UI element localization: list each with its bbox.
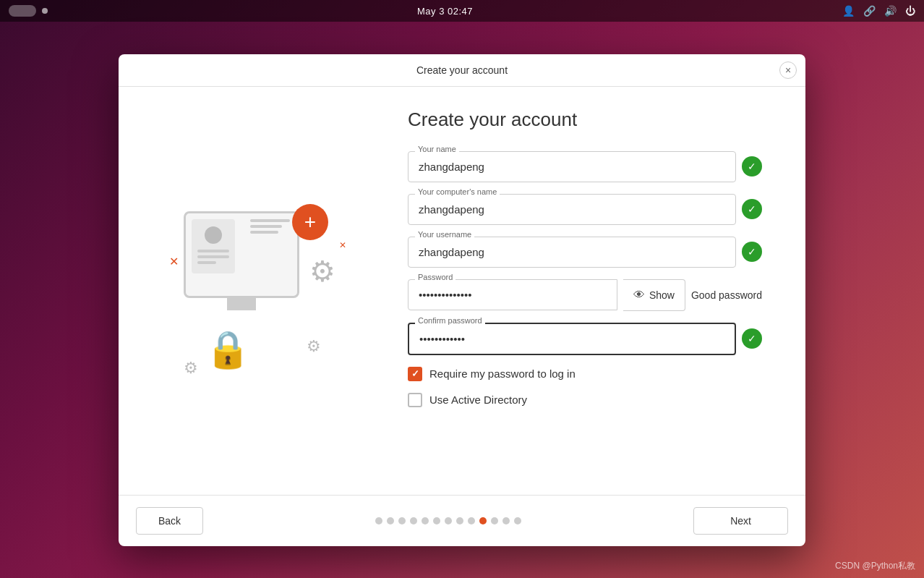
volume-icon: 🔊 [884,5,897,17]
create-account-dialog: Create your account × [119,54,805,546]
power-icon: ⏻ [905,5,915,17]
form-title: Create your account [408,109,762,131]
confirm-password-check: ✓ [742,328,762,349]
dialog-footer: Back Next [119,495,805,546]
confirm-password-input[interactable] [408,323,736,355]
password-label: Password [415,273,455,281]
dot-9 [468,517,475,524]
next-button[interactable]: Next [693,507,788,535]
dot-11 [491,517,498,524]
monitor-illustration [184,211,299,298]
password-quality-label: Good password [691,289,762,301]
username-group: Your username ✓ [408,237,762,268]
cross-right-illustration: ✕ [339,240,346,250]
dot-6 [433,517,440,524]
active-directory-label: Use Active Directory [429,394,527,406]
confirm-password-label: Confirm password [415,316,485,325]
dot-3 [398,517,406,524]
eye-icon: 👁 [633,289,645,302]
taskbar-datetime: May 3 02:47 [417,6,473,17]
progress-dots [375,517,521,524]
dot-13 [514,517,521,524]
lock-illustration: 🔒 [205,328,250,370]
close-button[interactable]: × [779,61,797,79]
show-password-button[interactable]: 👁 Show [623,279,685,311]
dot-10 [479,517,487,524]
dot-2 [387,517,394,524]
computer-name-check: ✓ [742,199,762,219]
username-wrapper: Your username [408,237,736,268]
password-wrapper: Password [408,279,617,310]
dot-1 [375,517,382,524]
dialog-overlay: Create your account × [0,22,924,578]
dialog-header: Create your account × [119,54,805,87]
small-gear-icon: ⚙ [307,337,321,356]
password-group: Password 👁 Show Good password [408,279,762,311]
your-name-input[interactable] [408,151,736,182]
computer-name-input[interactable] [408,194,736,225]
gear-illustration: ⚙ [309,255,335,288]
small-gear2-icon: ⚙ [184,359,198,378]
require-password-group[interactable]: ✓ Require my password to log in [408,367,762,381]
your-name-check: ✓ [742,156,762,177]
illustration-panel: + ⚙ 🔒 ✕ ✕ ⚙ ⚙ [119,87,393,495]
illustration: + ⚙ 🔒 ✕ ✕ ⚙ ⚙ [162,197,350,385]
username-input[interactable] [408,237,736,268]
your-name-label: Your name [415,145,459,153]
confirm-password-wrapper: Confirm password [408,323,736,355]
computer-name-group: Your computer's name ✓ [408,194,762,225]
dialog-header-title: Create your account [416,64,508,76]
password-input[interactable] [408,279,617,310]
dialog-body: + ⚙ 🔒 ✕ ✕ ⚙ ⚙ Create your account [119,87,805,495]
dot-4 [410,517,417,524]
taskbar-dot [42,8,48,14]
dot-7 [445,517,452,524]
your-name-group: Your name ✓ [408,151,762,182]
your-name-wrapper: Your name [408,151,736,182]
attribution-text: CSDN @Python私教 [835,560,915,572]
form-panel: Create your account Your name ✓ Your com… [393,87,805,495]
username-label: Your username [415,230,474,239]
taskbar-pill [9,5,36,17]
add-circle-illustration: + [292,204,328,240]
cross-left-illustration: ✕ [169,255,179,268]
network-icon: 🔗 [863,5,876,17]
confirm-password-group: Confirm password ✓ [408,323,762,355]
dot-12 [502,517,510,524]
back-button[interactable]: Back [136,507,203,535]
taskbar: May 3 02:47 👤 🔗 🔊 ⏻ [0,0,924,22]
require-password-label: Require my password to log in [429,367,576,380]
computer-name-wrapper: Your computer's name [408,194,736,225]
dot-5 [422,517,429,524]
require-password-checkbox[interactable]: ✓ [408,367,422,381]
taskbar-right: 👤 🔗 🔊 ⏻ [842,5,915,17]
active-directory-group[interactable]: Use Active Directory [408,393,762,407]
show-label: Show [649,289,675,301]
username-check: ✓ [742,242,762,262]
taskbar-left [9,5,48,17]
person-icon: 👤 [842,5,855,17]
active-directory-checkbox[interactable] [408,393,422,407]
computer-name-label: Your computer's name [415,187,500,196]
dot-8 [456,517,463,524]
checkmark-icon: ✓ [411,368,419,379]
